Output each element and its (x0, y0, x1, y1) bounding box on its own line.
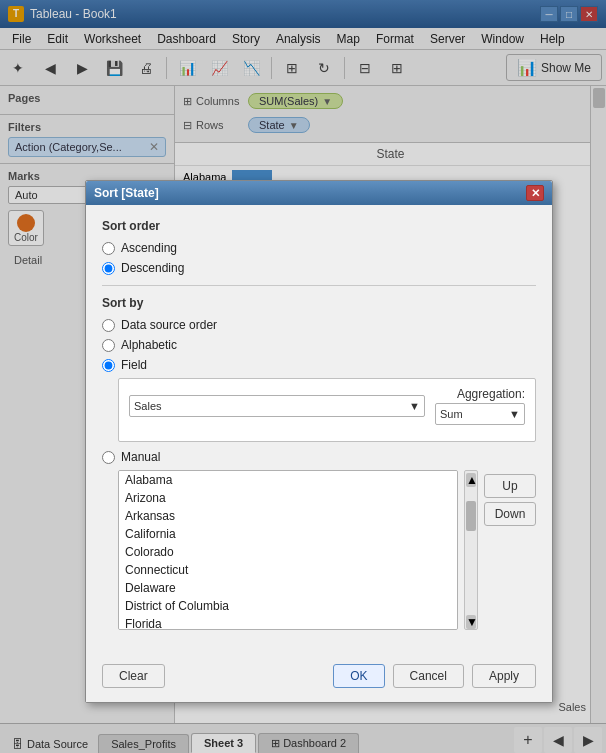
manual-label: Manual (121, 450, 160, 464)
ok-button[interactable]: OK (333, 664, 384, 688)
footer-right-buttons: OK Cancel Apply (333, 664, 536, 688)
data-source-order-radio[interactable] (102, 319, 115, 332)
list-item[interactable]: Alabama (119, 471, 457, 489)
scroll-arrow-up: ▲ (466, 473, 476, 487)
manual-list-container: Alabama Arizona Arkansas California Colo… (118, 470, 536, 630)
ascending-radio-row: Ascending (102, 241, 536, 255)
dialog-title: Sort [State] (94, 186, 159, 200)
list-item[interactable]: Connecticut (119, 561, 457, 579)
sort-order-label: Sort order (102, 219, 536, 233)
scroll-arrow-down: ▼ (466, 615, 476, 629)
sort-dialog: Sort [State] ✕ Sort order Ascending Desc… (85, 180, 553, 703)
list-scrollbar[interactable]: ▲ ▼ (464, 470, 478, 630)
dialog-titlebar: Sort [State] ✕ (86, 181, 552, 205)
field-select-arrow: ▼ (409, 400, 420, 412)
descending-radio-row: Descending (102, 261, 536, 275)
ascending-radio[interactable] (102, 242, 115, 255)
alphabetic-radio[interactable] (102, 339, 115, 352)
aggregation-label: Aggregation: (457, 387, 525, 401)
down-button[interactable]: Down (484, 502, 536, 526)
ascending-label: Ascending (121, 241, 177, 255)
data-source-radio-row: Data source order (102, 318, 536, 332)
descending-label: Descending (121, 261, 184, 275)
field-selector-row: Sales ▼ Aggregation: Sum ▼ (129, 387, 525, 425)
cancel-button[interactable]: Cancel (393, 664, 464, 688)
up-button[interactable]: Up (484, 474, 536, 498)
sort-by-label: Sort by (102, 296, 536, 310)
list-item[interactable]: Delaware (119, 579, 457, 597)
field-subsection: Sales ▼ Aggregation: Sum ▼ (118, 378, 536, 442)
sort-by-section: Sort by Data source order Alphabetic Fie… (102, 296, 536, 630)
list-item[interactable]: Florida (119, 615, 457, 630)
field-select-dropdown[interactable]: Sales ▼ (129, 395, 425, 417)
manual-radio-row: Manual (102, 450, 536, 464)
manual-radio[interactable] (102, 451, 115, 464)
list-item[interactable]: Arizona (119, 489, 457, 507)
aggregation-dropdown[interactable]: Sum ▼ (435, 403, 525, 425)
list-item[interactable]: California (119, 525, 457, 543)
descending-radio[interactable] (102, 262, 115, 275)
aggregation-group: Aggregation: Sum ▼ (435, 387, 525, 425)
field-radio-row: Field (102, 358, 536, 372)
sort-order-section: Sort order Ascending Descending (102, 219, 536, 275)
aggregation-value: Sum (440, 408, 463, 420)
field-label: Field (121, 358, 147, 372)
dialog-close-button[interactable]: ✕ (526, 185, 544, 201)
list-item[interactable]: District of Columbia (119, 597, 457, 615)
section-divider-1 (102, 285, 536, 286)
clear-button[interactable]: Clear (102, 664, 165, 688)
dialog-overlay: Sort [State] ✕ Sort order Ascending Desc… (0, 0, 606, 753)
data-source-order-label: Data source order (121, 318, 217, 332)
list-item[interactable]: Colorado (119, 543, 457, 561)
dialog-body: Sort order Ascending Descending Sort by … (86, 205, 552, 654)
up-down-buttons: Up Down (484, 470, 536, 630)
list-item[interactable]: Arkansas (119, 507, 457, 525)
dialog-footer: Clear OK Cancel Apply (86, 654, 552, 702)
manual-list[interactable]: Alabama Arizona Arkansas California Colo… (118, 470, 458, 630)
alphabetic-label: Alphabetic (121, 338, 177, 352)
aggregation-arrow: ▼ (509, 408, 520, 420)
field-radio[interactable] (102, 359, 115, 372)
apply-button[interactable]: Apply (472, 664, 536, 688)
scroll-thumb (466, 501, 476, 531)
alphabetic-radio-row: Alphabetic (102, 338, 536, 352)
field-select-value: Sales (134, 400, 162, 412)
